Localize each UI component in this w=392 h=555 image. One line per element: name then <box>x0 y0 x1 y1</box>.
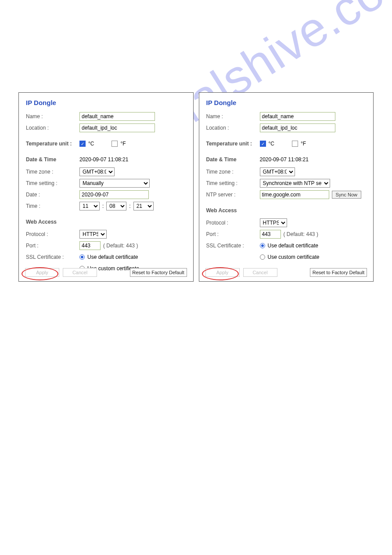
time-hour-select[interactable]: 11 <box>79 202 100 210</box>
protocol-select[interactable]: HTTPS <box>260 218 287 227</box>
label-ntp-server: NTP server : <box>206 192 260 198</box>
date-input[interactable] <box>79 190 149 199</box>
time-min-select[interactable]: 08 <box>106 202 126 210</box>
label-location: Location : <box>26 125 79 131</box>
location-input[interactable] <box>79 123 155 132</box>
checkbox-celsius[interactable] <box>260 141 266 147</box>
protocol-select[interactable]: HTTPS <box>79 230 107 239</box>
radio-custom-cert[interactable] <box>260 254 265 260</box>
label-fahrenheit: °F <box>301 141 306 147</box>
label-celsius: °C <box>269 141 274 147</box>
reset-button[interactable]: Reset to Factory Default <box>130 268 187 277</box>
name-input[interactable] <box>260 112 335 121</box>
checkbox-fahrenheit[interactable] <box>111 141 118 147</box>
label-date: Date : <box>26 192 79 198</box>
heading-web-access: Web Access <box>26 219 79 225</box>
checkbox-celsius[interactable] <box>79 141 86 147</box>
sync-now-button[interactable]: Sync Now <box>332 191 362 199</box>
port-input[interactable] <box>260 230 281 239</box>
time-setting-select[interactable]: Synchronize with NTP server <box>260 179 330 188</box>
location-input[interactable] <box>260 123 335 132</box>
time-setting-select[interactable]: Manually <box>79 179 150 188</box>
label-ssl-cert: SSL Certificate : <box>26 254 79 260</box>
label-temp-unit: Temperature unit : <box>206 141 260 147</box>
apply-button[interactable]: Apply <box>25 268 59 277</box>
name-input[interactable] <box>79 112 155 121</box>
label-port: Port : <box>26 243 79 249</box>
label-time-setting: Time setting : <box>26 180 79 186</box>
port-hint: ( Default: 443 ) <box>284 231 318 237</box>
time-sep-2: : <box>129 203 130 209</box>
checkbox-fahrenheit[interactable] <box>292 141 298 147</box>
label-name: Name : <box>206 113 260 120</box>
label-timezone: Time zone : <box>206 169 260 175</box>
datetime-value: 2020-09-07 11:08:21 <box>260 156 367 163</box>
heading-date-time: Date & Time <box>26 156 79 163</box>
heading-web-access: Web Access <box>206 207 260 214</box>
label-temp-unit: Temperature unit : <box>26 141 79 147</box>
label-protocol: Protocol : <box>26 231 79 237</box>
port-hint: ( Default: 443 ) <box>103 243 138 249</box>
reset-button[interactable]: Reset to Factory Default <box>310 268 367 277</box>
ntp-server-input[interactable] <box>260 190 329 199</box>
port-input[interactable] <box>79 241 101 250</box>
label-time-setting: Time setting : <box>206 180 260 186</box>
timezone-select[interactable]: GMT+08:00 <box>260 167 295 176</box>
datetime-value: 2020-09-07 11:08:21 <box>79 156 186 163</box>
panel-title: IP Dongle <box>206 99 367 106</box>
heading-date-time: Date & Time <box>206 156 260 163</box>
time-sec-select[interactable]: 21 <box>133 202 154 210</box>
label-custom-cert: Use custom certificate <box>268 254 320 260</box>
ip-dongle-panel-right: IP Dongle Name : Location : Temperature … <box>199 92 374 282</box>
label-time: Time : <box>26 203 79 209</box>
label-default-cert: Use default certificate <box>87 254 138 260</box>
label-fahrenheit: °F <box>120 141 126 147</box>
apply-button[interactable]: Apply <box>205 268 240 277</box>
label-timezone: Time zone : <box>26 169 79 175</box>
time-sep-1: : <box>102 203 104 209</box>
cancel-button[interactable]: Cancel <box>63 268 97 277</box>
radio-default-cert[interactable] <box>79 254 85 260</box>
label-default-cert: Use default certificate <box>268 243 318 249</box>
radio-default-cert[interactable] <box>260 243 265 248</box>
label-protocol: Protocol : <box>206 220 260 226</box>
label-ssl-cert: SSL Certificate : <box>206 243 260 249</box>
timezone-select[interactable]: GMT+08:00 <box>79 167 115 176</box>
label-name: Name : <box>26 113 79 120</box>
label-location: Location : <box>206 125 260 131</box>
ip-dongle-panel-left: IP Dongle Name : Location : Temperature … <box>18 92 194 282</box>
cancel-button[interactable]: Cancel <box>243 268 277 277</box>
panel-title: IP Dongle <box>26 99 186 106</box>
label-celsius: °C <box>88 141 94 147</box>
label-port: Port : <box>206 231 260 237</box>
